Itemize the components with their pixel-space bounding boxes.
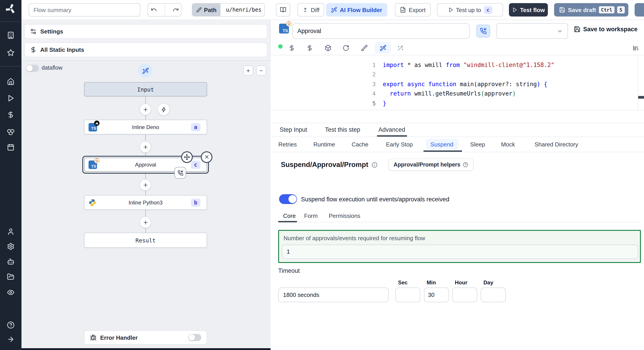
move-step-button[interactable] [181,151,193,163]
suspend-heading: Suspend/Approval/Prompt [281,161,368,169]
step-editor-panel: TS Save to workspace 1 [270,20,644,350]
collapse-arrow-icon[interactable] [7,336,14,343]
users-icon[interactable] [7,228,14,235]
python-icon [88,198,96,206]
tab-test-this-step[interactable]: Test this step [325,126,360,133]
tab-runtime[interactable]: Runtime [314,141,335,148]
graph-scrollbar[interactable] [22,348,270,350]
static-inputs-label: All Static Inputs [40,46,84,53]
resources-dollar-icon[interactable] [306,45,313,51]
timeout-sec-input[interactable] [395,288,420,302]
diff-button[interactable]: Diff [298,3,324,16]
redo-icon[interactable] [172,7,179,13]
library-icon[interactable] [632,45,639,51]
chevron-down-icon [557,28,563,34]
path-value[interactable]: u/henri/bes [223,7,264,13]
ai-graph-wand-button[interactable] [138,63,152,78]
suspend-phone-button[interactable] [476,24,490,37]
error-handler-toggle[interactable] [188,334,201,341]
zoom-in-button[interactable]: + [243,66,253,75]
variables-dollar-icon[interactable] [7,111,14,119]
tab-retries[interactable]: Retries [278,141,297,148]
ai-sparkles-icon[interactable] [397,45,404,51]
suspend-toggle-label: Suspend flow execution until events/appr… [301,196,449,203]
timeout-day-input[interactable] [481,288,506,302]
settings-gear-icon[interactable] [7,243,14,250]
docs-button[interactable] [276,3,290,16]
resources-boxes-icon[interactable] [7,128,14,135]
save-to-workspace-button[interactable]: Save to workspace [574,26,638,33]
all-static-inputs-row[interactable]: All Static Inputs [24,42,268,57]
add-step-button[interactable] [140,179,151,191]
undo-icon[interactable] [150,7,157,13]
tab-shared-directory[interactable]: Shared Directory [534,141,578,148]
save-draft-label: Save draft [568,6,596,13]
help-icon[interactable] [7,321,14,329]
plus-icon [142,107,148,112]
add-step-button[interactable] [140,141,151,153]
tab-cache[interactable]: Cache [352,141,368,148]
workspace-building-icon[interactable] [7,31,14,39]
pencil-icon [196,7,202,12]
input-node-label: Input [137,86,154,93]
tab-sleep[interactable]: Sleep [470,141,485,148]
tab-suspend-active[interactable]: Suspend [430,141,454,148]
flow-node-inline-python[interactable]: Inline Python3 b [84,195,207,210]
timeout-value-input[interactable] [278,288,389,302]
flow-node-inline-deno[interactable]: TS Inline Deno a [84,120,207,134]
variables-dollar-icon[interactable] [288,45,295,51]
suspend-flow-toggle[interactable] [279,194,297,204]
ai-wand-button-active[interactable] [375,42,391,54]
subtab-permissions[interactable]: Permissions [329,212,360,219]
approval-prompt-helpers-button[interactable]: Approval/Prompt helpers [388,159,474,171]
subtab-form[interactable]: Form [304,212,318,219]
info-icon[interactable] [372,162,377,168]
tab-step-input[interactable]: Step Input [280,126,307,133]
flow-summary-input[interactable] [28,3,140,16]
flow-settings-row[interactable]: Settings [24,24,268,39]
add-step-button[interactable] [140,104,151,115]
windmill-logo-icon[interactable] [5,3,16,16]
script-version-dropdown[interactable] [496,23,568,39]
export-button[interactable]: Export [395,3,430,16]
ai-flow-builder-button[interactable]: AI Flow Builder [326,3,387,16]
dataflow-toggle[interactable] [26,65,39,72]
timeout-min-input[interactable] [424,288,449,302]
deno-node-title: Inline Deno [132,124,159,130]
subtab-core-active[interactable]: Core [283,212,296,219]
home-icon[interactable] [7,78,14,85]
step-name-input[interactable] [292,23,470,39]
folders-icon[interactable] [7,273,14,281]
delete-step-button[interactable] [201,151,212,163]
plus-icon [142,219,148,225]
runs-play-icon[interactable] [7,94,14,102]
audit-eye-icon[interactable] [7,289,14,296]
format-brush-icon[interactable] [361,45,368,51]
flow-node-input[interactable]: Input [84,82,207,96]
tab-early-stop[interactable]: Early Stop [386,141,413,148]
unit-label-min: Min [427,279,436,286]
add-step-button[interactable] [140,216,151,228]
zoom-out-button[interactable]: − [256,66,266,75]
timeout-hour-input[interactable] [452,288,477,302]
save-draft-button[interactable]: Save draft Ctrl S [554,3,628,16]
tab-advanced-active[interactable]: Advanced [378,126,405,133]
favorites-star-icon[interactable] [7,49,14,56]
path-button[interactable]: Path u/henri/bes [192,3,265,16]
reload-icon[interactable] [342,45,349,51]
approvals-count-input[interactable] [282,244,638,259]
deploy-button-partial[interactable] [634,3,644,16]
code-scrollbar-thumb[interactable] [638,96,644,99]
flow-node-result[interactable]: Result [84,233,207,248]
workers-bot-icon[interactable] [7,258,14,265]
suspend-indicator-button[interactable] [174,167,186,178]
add-trigger-button[interactable] [158,103,170,116]
subtab-divider [278,222,641,222]
schedules-calendar-icon[interactable] [7,144,14,151]
package-icon[interactable] [325,45,332,51]
test-up-to-button[interactable]: Test up to c [437,3,503,16]
error-handler-row[interactable]: Error Handler [84,330,207,345]
tab-mock[interactable]: Mock [501,141,515,148]
test-flow-button[interactable]: Test flow [509,3,548,16]
step-badge-a: a [191,123,200,131]
